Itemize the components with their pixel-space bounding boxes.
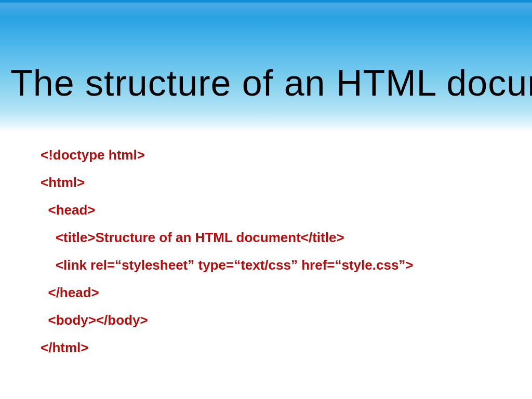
code-line: <title>Structure of an HTML document</ti… bbox=[41, 231, 511, 244]
code-line: </html> bbox=[41, 341, 511, 354]
code-line: </head> bbox=[41, 286, 511, 299]
code-content: <!doctype html> <html> <head> <title>Str… bbox=[41, 148, 511, 368]
code-line: <head> bbox=[41, 203, 511, 217]
slide-title: The structure of an HTML document bbox=[10, 62, 522, 104]
code-line: <body></body> bbox=[41, 313, 511, 327]
code-line: <html> bbox=[41, 176, 511, 189]
code-line: <link rel=“stylesheet” type=“text/css” h… bbox=[41, 258, 511, 272]
code-line: <!doctype html> bbox=[41, 148, 511, 162]
